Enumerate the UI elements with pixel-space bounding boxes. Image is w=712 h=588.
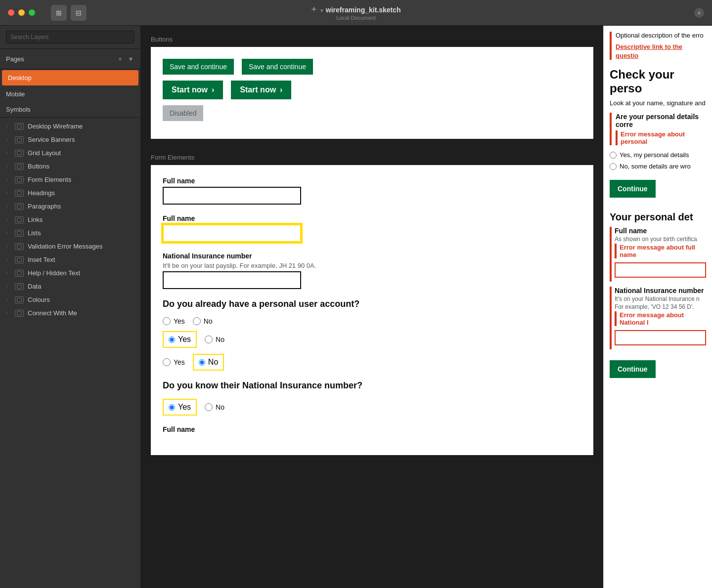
layer-item-connect-with-me[interactable]: › Connect With Me (0, 306, 140, 320)
layer-icon-service-banners (15, 136, 24, 143)
layer-item-inset-text[interactable]: › Inset Text (0, 253, 140, 266)
chevron-right-icon: › (6, 177, 11, 182)
save-continue-button-1[interactable]: Save and continue (163, 59, 234, 75)
layer-label: Buttons (28, 163, 49, 170)
ni-input[interactable] (163, 271, 301, 289)
layer-icon-paragraphs (15, 203, 24, 210)
radio-yes-label-4: Yes (178, 403, 191, 412)
radio-yes-option-1[interactable]: Yes (163, 317, 185, 325)
radio-no-2[interactable] (205, 336, 213, 343)
radio-no-label-1: No (204, 317, 213, 325)
personal-details-question: Are your personal details corre (616, 113, 706, 128)
minimize-traffic-light[interactable] (18, 9, 25, 16)
personal-radio-no-input[interactable] (610, 163, 617, 170)
radio-yes-label-1: Yes (174, 317, 185, 325)
layer-item-headings[interactable]: › Headings (0, 186, 140, 200)
layer-label: Service Banners (28, 136, 75, 143)
document-title: wireframing_kit.sketch (326, 6, 401, 14)
ni-field-hint2: For example, 'VO 12 34 56 D'. (615, 303, 706, 310)
layer-item-help-hidden-text[interactable]: › Help / Hidden Text (0, 266, 140, 280)
radio-no-option-1[interactable]: No (193, 317, 213, 325)
start-now-button-1[interactable]: Start now › (163, 81, 223, 99)
radio-yes-wrapper-4[interactable]: Yes (163, 399, 197, 416)
buttons-row-2: Start now › Start now › (163, 81, 581, 99)
add-page-button[interactable]: + (311, 4, 316, 15)
fullname-error: Error message about full name (615, 244, 706, 258)
view-icon-btn[interactable]: ⊞ (51, 5, 67, 21)
chevron-right-icon: › (6, 230, 11, 236)
personal-radio-yes[interactable]: Yes, my personal details (610, 151, 706, 159)
chevron-right-icon: › (6, 244, 11, 249)
layer-label: Validation Error Messages (28, 243, 103, 250)
descriptive-link[interactable]: Descriptive link to the questio (616, 43, 682, 59)
buttons-section: Buttons Save and continue Save and conti… (151, 36, 593, 139)
radio-no-1[interactable] (193, 317, 201, 325)
radio-no-3[interactable] (199, 359, 205, 366)
personal-radio-yes-input[interactable] (610, 152, 617, 159)
radio-yes-2[interactable] (169, 336, 175, 343)
layer-item-lists[interactable]: › Lists (0, 226, 140, 240)
radio-no-label-3: No (208, 358, 218, 367)
continue-button-1[interactable]: Continue (610, 180, 656, 198)
radio-no-4[interactable] (205, 403, 213, 411)
layer-icon-connect (15, 310, 24, 317)
radio-group-2: Yes No (163, 331, 581, 348)
search-input[interactable] (6, 31, 134, 43)
close-traffic-light[interactable] (8, 9, 14, 16)
layer-item-buttons[interactable]: › Buttons (0, 160, 140, 173)
ni-number-field: National Insurance number It'll be on yo… (163, 252, 581, 289)
fullname-right-input[interactable] (615, 262, 706, 278)
fullname-field-2: Full name (163, 214, 581, 242)
close-button[interactable]: × (694, 8, 704, 18)
page-item-mobile[interactable]: Mobile (0, 86, 140, 102)
radio-no-option-4[interactable]: No (205, 403, 224, 411)
error-description: Optional description of the erro (616, 32, 706, 39)
personal-radio-yes-label: Yes, my personal details (620, 151, 689, 159)
maximize-traffic-light[interactable] (29, 9, 35, 16)
radio-yes-3[interactable] (163, 358, 171, 366)
fullname-field-label: Full name (615, 227, 706, 235)
pages-chevron-down[interactable]: ▾ (127, 54, 134, 64)
canvas-scroll[interactable]: Buttons Save and continue Save and conti… (141, 26, 603, 588)
title-bar-left: ⊞ ⊟ (8, 5, 87, 21)
continue-button-2[interactable]: Continue (610, 360, 656, 378)
layer-label: Links (28, 216, 43, 223)
layer-label: Inset Text (28, 256, 55, 263)
layer-icon-buttons (15, 163, 24, 170)
layer-item-paragraphs[interactable]: › Paragraphs (0, 200, 140, 213)
grid-icon-btn[interactable]: ⊟ (71, 5, 87, 21)
radio-no-wrapper-3[interactable]: No (193, 354, 224, 371)
layer-item-validation-error-messages[interactable]: › Validation Error Messages (0, 240, 140, 253)
add-page-icon-button[interactable]: + (116, 54, 124, 64)
layer-icon-inset-text (15, 256, 24, 263)
question-label-2: Do you know their National Insurance num… (163, 380, 581, 391)
layer-item-form-elements[interactable]: › Form Elements (0, 173, 140, 186)
ni-field-label: National Insurance number (615, 287, 706, 294)
layer-icon-desktop-wireframe (15, 123, 24, 130)
pages-header: Pages + ▾ (0, 49, 140, 69)
radio-yes-1[interactable] (163, 317, 171, 325)
radio-no-option-2[interactable]: No (205, 336, 224, 343)
start-now-button-2[interactable]: Start now › (231, 81, 291, 99)
page-item-symbols[interactable]: Symbols (0, 102, 140, 117)
radio-yes-wrapper-2[interactable]: Yes (163, 331, 197, 348)
radio-yes-option-3[interactable]: Yes (163, 358, 185, 366)
save-continue-button-2[interactable]: Save and continue (242, 59, 313, 75)
traffic-lights (8, 9, 35, 16)
radio-yes-4[interactable] (169, 404, 175, 411)
dropdown-arrow-icon[interactable]: ▾ (320, 7, 323, 13)
fullname-input-2[interactable] (163, 224, 301, 242)
arrow-icon-1: › (212, 85, 214, 94)
ni-right-input[interactable] (615, 330, 706, 345)
layer-item-colours[interactable]: › Colours (0, 293, 140, 306)
page-item-desktop[interactable]: Desktop (2, 70, 138, 85)
layer-item-desktop-wireframe[interactable]: › Desktop Wireframe (0, 120, 140, 133)
personal-radio-no-label: No, some details are wro (620, 163, 691, 170)
layer-item-data[interactable]: › Data (0, 280, 140, 293)
personal-radio-no[interactable]: No, some details are wro (610, 163, 706, 170)
fullname-input-1[interactable] (163, 187, 301, 205)
chevron-right-icon: › (6, 217, 11, 222)
layer-item-links[interactable]: › Links (0, 213, 140, 226)
layer-item-grid-layout[interactable]: › Grid Layout (0, 146, 140, 160)
layer-item-service-banners[interactable]: › Service Banners (0, 133, 140, 146)
